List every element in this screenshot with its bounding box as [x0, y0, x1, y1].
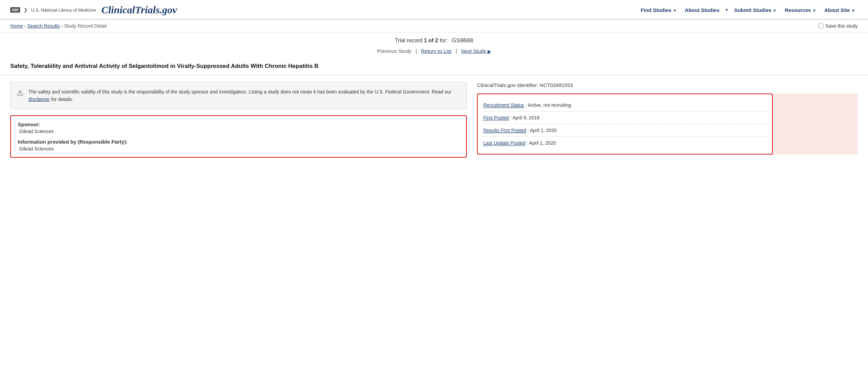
main-nav: Find Studies ▼ About Studies ▼ Submit St…: [638, 6, 858, 14]
last-update-posted-row: Last Update Posted : April 1, 2020: [483, 137, 767, 149]
sponsor-value: Gilead Sciences: [19, 129, 459, 134]
save-study-label: Save this study: [825, 23, 858, 29]
responsible-party-label: Information provided by (Responsible Par…: [18, 139, 459, 145]
first-posted-link[interactable]: First Posted: [483, 115, 509, 121]
nav-submit-studies[interactable]: Submit Studies ▼: [731, 6, 779, 14]
recruitment-status-value: : Active, not recruiting: [525, 102, 571, 108]
nav-about-site[interactable]: About Site ▼: [822, 6, 858, 14]
sponsor-label: Sponsor:: [18, 121, 459, 127]
resources-arrow-icon: ▼: [812, 9, 816, 13]
find-studies-arrow-icon: ▼: [673, 9, 676, 13]
results-first-posted-row: Results First Posted : April 1, 2020: [483, 124, 767, 137]
warning-box: ⚠ The safety and scientific validity of …: [10, 82, 467, 109]
trial-for-label: for:: [440, 38, 448, 43]
return-to-list-link[interactable]: Return to List: [421, 48, 451, 54]
nih-badge: NIH: [10, 7, 20, 13]
warning-text-1: The safety and scientific validity of th…: [28, 89, 451, 95]
next-study-arrow-icon: ▶: [488, 49, 491, 54]
trial-id: GS9688: [452, 37, 473, 44]
results-first-posted-link[interactable]: Results First Posted: [483, 128, 526, 133]
site-logo: ClinicalTrials.gov: [101, 4, 177, 16]
disclaimer-link[interactable]: disclaimer: [28, 97, 50, 102]
about-site-arrow-icon: ▼: [851, 9, 855, 13]
first-posted-row: First Posted : April 9, 2018: [483, 112, 767, 124]
nlm-text: U.S. National Library of Medicine: [31, 8, 96, 13]
logo-area: NIH ❯ U.S. National Library of Medicine …: [10, 4, 177, 16]
status-box: Recruitment Status : Active, not recruit…: [477, 93, 773, 155]
identifier-value: NCT03491553: [540, 82, 573, 88]
nav-about-studies[interactable]: About Studies: [682, 6, 722, 14]
save-study-area: Save this study: [818, 23, 858, 29]
previous-study-label: Previous Study: [377, 48, 411, 54]
last-update-posted-link[interactable]: Last Update Posted: [483, 140, 525, 146]
breadcrumb-sep-2: ›: [61, 23, 63, 29]
nav-sep-2: |: [456, 48, 457, 54]
right-highlight-area: [773, 93, 858, 155]
next-study-link[interactable]: Next Study ▶: [461, 48, 491, 54]
warning-icon: ⚠: [17, 89, 24, 98]
identifier-line: ClinicalTrials.gov Identifier: NCT034915…: [477, 82, 858, 88]
nav-find-studies[interactable]: Find Studies ▼: [638, 6, 679, 14]
page-header: NIH ❯ U.S. National Library of Medicine …: [0, 0, 868, 20]
save-study-checkbox[interactable]: [818, 24, 823, 28]
trial-record-number: 1 of 2: [424, 38, 438, 43]
submit-studies-arrow-icon: ▼: [773, 9, 776, 13]
study-title: Safety, Tolerability and Antiviral Activ…: [0, 59, 868, 75]
breadcrumb-current: Study Record Detail: [64, 23, 107, 29]
recruitment-status-row: Recruitment Status : Active, not recruit…: [483, 99, 767, 112]
warning-text-2: for details.: [50, 97, 73, 102]
last-update-posted-value: : April 1, 2020: [527, 140, 556, 146]
warning-text: The safety and scientific validity of th…: [28, 88, 460, 103]
identifier-label: ClinicalTrials.gov Identifier:: [477, 82, 538, 88]
breadcrumb-home[interactable]: Home: [10, 23, 23, 29]
results-first-posted-value: : April 1, 2020: [528, 128, 557, 133]
breadcrumb-bar: Home › Search Results › Study Record Det…: [0, 20, 868, 32]
recruitment-status-link[interactable]: Recruitment Status: [483, 102, 524, 108]
left-column: ⚠ The safety and scientific validity of …: [10, 82, 467, 158]
responsible-party-value: Gilead Sciences: [19, 146, 459, 151]
nav-sep-1: |: [416, 48, 417, 54]
about-studies-arrow-icon[interactable]: ▼: [725, 8, 729, 12]
first-posted-value: : April 9, 2018: [510, 115, 540, 120]
nav-resources[interactable]: Resources ▼: [782, 6, 819, 14]
main-content: ⚠ The safety and scientific validity of …: [0, 75, 868, 164]
trial-info-bar: Trial record 1 of 2 for: GS9688: [0, 32, 868, 46]
right-column: ClinicalTrials.gov Identifier: NCT034915…: [477, 82, 858, 158]
trial-prefix: Trial record: [395, 38, 422, 43]
study-nav-row: Previous Study | Return to List | Next S…: [0, 46, 868, 59]
breadcrumb-search-results[interactable]: Search Results: [27, 23, 60, 29]
breadcrumb-sep-1: ›: [24, 23, 26, 29]
breadcrumb: Home › Search Results › Study Record Det…: [10, 23, 107, 29]
sponsor-box: Sponsor: Gilead Sciences Information pro…: [10, 115, 467, 158]
nih-arrow-icon: ❯: [24, 7, 28, 13]
